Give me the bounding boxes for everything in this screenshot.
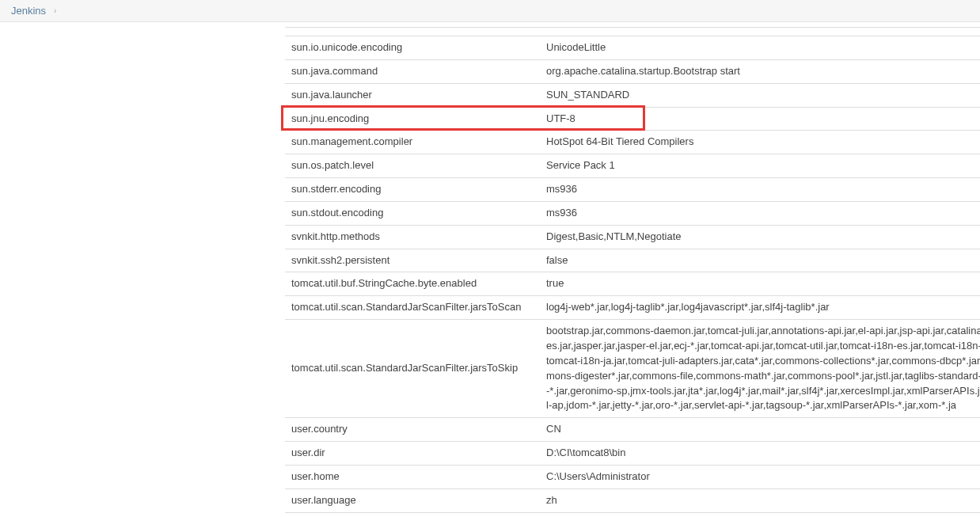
property-value: Service Pack 1 bbox=[540, 154, 980, 178]
property-value: HotSpot 64-Bit Tiered Compilers bbox=[540, 131, 980, 154]
property-key bbox=[285, 28, 540, 36]
table-row: sun.stderr.encodingms936 bbox=[285, 178, 980, 202]
breadcrumb-separator-icon: › bbox=[54, 6, 56, 15]
property-value: Administrator bbox=[540, 512, 980, 517]
table-row: tomcat.util.buf.StringCache.byte.enabled… bbox=[285, 272, 980, 296]
property-key: tomcat.util.buf.StringCache.byte.enabled bbox=[285, 272, 540, 296]
table-row: sun.stdout.encodingms936 bbox=[285, 201, 980, 225]
property-key: sun.java.command bbox=[285, 59, 540, 83]
property-key: sun.io.unicode.encoding bbox=[285, 36, 540, 60]
table-row: user.nameAdministrator bbox=[285, 512, 980, 517]
table-row: user.dirD:\CI\tomcat8\bin bbox=[285, 442, 980, 466]
property-key: sun.stdout.encoding bbox=[285, 201, 540, 225]
table-row: sun.java.launcherSUN_STANDARD bbox=[285, 83, 980, 107]
property-value: SUN_STANDARD bbox=[540, 83, 980, 107]
property-key: user.home bbox=[285, 465, 540, 488]
table-row: tomcat.util.scan.StandardJarScanFilter.j… bbox=[285, 320, 980, 418]
property-key: user.language bbox=[285, 488, 540, 512]
table-row: user.languagezh bbox=[285, 488, 980, 512]
table-row: sun.jnu.encodingUTF-8 bbox=[285, 107, 980, 131]
property-key: sun.jnu.encoding bbox=[285, 107, 540, 131]
property-key: sun.management.compiler bbox=[285, 131, 540, 154]
property-value: false bbox=[540, 249, 980, 272]
property-key: sun.java.launcher bbox=[285, 83, 540, 107]
property-value bbox=[540, 28, 980, 36]
property-value: UnicodeLittle bbox=[540, 36, 980, 60]
property-value: Digest,Basic,NTLM,Negotiate bbox=[540, 225, 980, 249]
table-row bbox=[285, 28, 980, 36]
table-row: user.homeC:\Users\Administrator bbox=[285, 465, 980, 488]
property-key: user.name bbox=[285, 512, 540, 517]
system-properties-table: sun.io.unicode.encodingUnicodeLittlesun.… bbox=[285, 27, 980, 517]
property-key: sun.stderr.encoding bbox=[285, 178, 540, 202]
table-row: svnkit.ssh2.persistentfalse bbox=[285, 249, 980, 272]
table-row: user.countryCN bbox=[285, 418, 980, 442]
property-value: ms936 bbox=[540, 178, 980, 202]
system-properties-panel: sun.io.unicode.encodingUnicodeLittlesun.… bbox=[0, 22, 980, 517]
property-value: C:\Users\Administrator bbox=[540, 465, 980, 488]
table-row: tomcat.util.scan.StandardJarScanFilter.j… bbox=[285, 296, 980, 320]
property-value: zh bbox=[540, 488, 980, 512]
property-key: tomcat.util.scan.StandardJarScanFilter.j… bbox=[285, 296, 540, 320]
table-row: sun.os.patch.levelService Pack 1 bbox=[285, 154, 980, 178]
property-key: user.dir bbox=[285, 442, 540, 466]
table-row: sun.io.unicode.encodingUnicodeLittle bbox=[285, 36, 980, 60]
property-value: UTF-8 bbox=[540, 107, 980, 131]
property-key: tomcat.util.scan.StandardJarScanFilter.j… bbox=[285, 320, 540, 418]
property-key: user.country bbox=[285, 418, 540, 442]
property-value: D:\CI\tomcat8\bin bbox=[540, 442, 980, 466]
property-key: sun.os.patch.level bbox=[285, 154, 540, 178]
property-value: CN bbox=[540, 418, 980, 442]
property-value: org.apache.catalina.startup.Bootstrap st… bbox=[540, 59, 980, 83]
breadcrumb: Jenkins › bbox=[0, 0, 980, 22]
property-value: true bbox=[540, 272, 980, 296]
table-row: sun.management.compilerHotSpot 64-Bit Ti… bbox=[285, 131, 980, 154]
table-row: svnkit.http.methodsDigest,Basic,NTLM,Neg… bbox=[285, 225, 980, 249]
property-value: bootstrap.jar,commons-daemon.jar,tomcat-… bbox=[540, 320, 980, 418]
property-value: log4j-web*.jar,log4j-taglib*.jar,log4jav… bbox=[540, 296, 980, 320]
property-key: svnkit.ssh2.persistent bbox=[285, 249, 540, 272]
property-key: svnkit.http.methods bbox=[285, 225, 540, 249]
table-row: sun.java.commandorg.apache.catalina.star… bbox=[285, 59, 980, 83]
property-value: ms936 bbox=[540, 201, 980, 225]
breadcrumb-root[interactable]: Jenkins bbox=[11, 5, 46, 17]
